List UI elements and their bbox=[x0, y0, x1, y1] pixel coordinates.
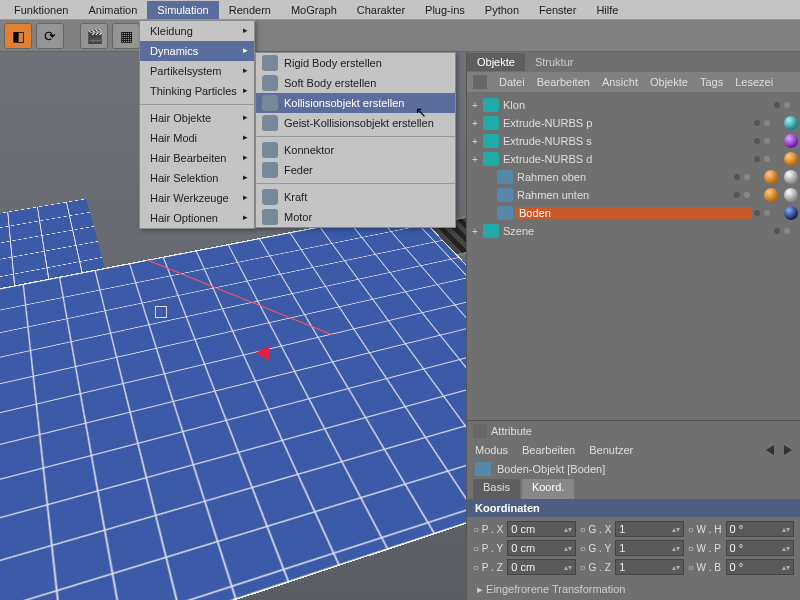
coordinate-grid: ○ P . X0 cm▴▾○ G . X1▴▾○ W . H0 °▴▾○ P .… bbox=[467, 517, 800, 579]
right-panel-tabs[interactable]: ObjekteStruktur bbox=[467, 52, 800, 72]
menu-python[interactable]: Python bbox=[475, 1, 529, 19]
coord-input[interactable]: 0 °▴▾ bbox=[726, 521, 794, 537]
menu-item[interactable]: Kollisionsobjekt erstellen bbox=[256, 93, 455, 113]
tree-row[interactable]: +Extrude-NURBS p bbox=[469, 114, 798, 132]
coord-input[interactable]: 0 °▴▾ bbox=[726, 540, 794, 556]
axis-gizmo-icon[interactable] bbox=[155, 306, 167, 318]
tree-row[interactable]: +Extrude-NURBS d bbox=[469, 150, 798, 168]
omenu-item[interactable]: Bearbeiten bbox=[537, 76, 590, 88]
menu-item[interactable]: Kleidung▸ bbox=[140, 21, 254, 41]
coord-label: ○ P . Y bbox=[473, 543, 503, 554]
material-sphere-icon[interactable] bbox=[784, 188, 798, 202]
tab-struktur[interactable]: Struktur bbox=[525, 53, 584, 71]
menu-item[interactable]: Hair Bearbeiten▸ bbox=[140, 148, 254, 168]
attribute-tabs[interactable]: BasisKoord. bbox=[467, 479, 800, 499]
menubar[interactable]: FunktionenAnimationSimulationRendernMoGr… bbox=[0, 0, 800, 20]
coord-input[interactable]: 1▴▾ bbox=[615, 521, 683, 537]
omenu-item[interactable]: Tags bbox=[700, 76, 723, 88]
tool-render-icon[interactable]: ▦ bbox=[112, 23, 140, 49]
coord-input[interactable]: 1▴▾ bbox=[615, 540, 683, 556]
object-tree[interactable]: +Klon+Extrude-NURBS p+Extrude-NURBS s+Ex… bbox=[467, 92, 800, 420]
tool-cube-icon[interactable]: ◧ bbox=[4, 23, 32, 49]
coord-input[interactable]: 1▴▾ bbox=[615, 559, 683, 575]
object-title: Boden-Objekt [Boden] bbox=[497, 463, 605, 475]
tree-row[interactable]: Rahmen unten bbox=[469, 186, 798, 204]
material-sphere-icon[interactable] bbox=[764, 188, 778, 202]
material-sphere-icon[interactable] bbox=[784, 152, 798, 166]
group-header: Koordinaten bbox=[467, 499, 800, 517]
coord-label: ○ P . X bbox=[473, 524, 503, 535]
toolbar: ◧ ⟳ 🎬 ▦ ☰ bbox=[0, 20, 800, 52]
coord-label: ○ G . Z bbox=[580, 562, 612, 573]
coord-label: ○ G . Y bbox=[580, 543, 612, 554]
tree-row[interactable]: +Szene bbox=[469, 222, 798, 240]
coord-input[interactable]: 0 °▴▾ bbox=[726, 559, 794, 575]
menu-item[interactable]: Hair Werkzeuge▸ bbox=[140, 188, 254, 208]
menu-item[interactable]: Hair Modi▸ bbox=[140, 128, 254, 148]
attr-tab[interactable]: Koord. bbox=[522, 479, 574, 499]
simulation-menu[interactable]: Kleidung▸Dynamics▸Partikelsystem▸Thinkin… bbox=[139, 20, 255, 229]
omenu-item[interactable]: Objekte bbox=[650, 76, 688, 88]
menu-item[interactable]: Konnektor bbox=[256, 140, 455, 160]
tool-clapper-icon[interactable]: 🎬 bbox=[80, 23, 108, 49]
coord-label: ○ W . H bbox=[688, 524, 722, 535]
menu-charakter[interactable]: Charakter bbox=[347, 1, 415, 19]
menu-item[interactable]: Feder bbox=[256, 160, 455, 180]
menu-funktionen[interactable]: Funktionen bbox=[4, 1, 78, 19]
grip-icon bbox=[473, 424, 487, 438]
omenu-item[interactable]: Lesezei bbox=[735, 76, 773, 88]
menu-item[interactable]: Hair Optionen▸ bbox=[140, 208, 254, 228]
attrmenu-item[interactable]: Modus bbox=[475, 444, 508, 456]
tree-row[interactable]: Boden bbox=[469, 204, 798, 222]
tree-row[interactable]: +Klon bbox=[469, 96, 798, 114]
menu-hilfe[interactable]: Hilfe bbox=[586, 1, 628, 19]
material-sphere-icon[interactable] bbox=[784, 206, 798, 220]
attr-tab[interactable]: Basis bbox=[473, 479, 520, 499]
nav-prev-icon[interactable] bbox=[766, 445, 774, 455]
omenu-item[interactable]: Datei bbox=[499, 76, 525, 88]
attrmenu-item[interactable]: Benutzer bbox=[589, 444, 633, 456]
tool-rotate-icon[interactable]: ⟳ bbox=[36, 23, 64, 49]
coord-input[interactable]: 0 cm▴▾ bbox=[507, 521, 575, 537]
frozen-transform-fold[interactable]: Eingefrorene Transformation bbox=[467, 579, 800, 600]
menu-mograph[interactable]: MoGraph bbox=[281, 1, 347, 19]
attribute-menu[interactable]: ModusBearbeitenBenutzer bbox=[467, 441, 800, 459]
coord-label: ○ W . B bbox=[688, 562, 722, 573]
coord-input[interactable]: 0 cm▴▾ bbox=[507, 559, 575, 575]
menu-plug-ins[interactable]: Plug-ins bbox=[415, 1, 475, 19]
menu-item[interactable]: Kraft bbox=[256, 187, 455, 207]
dynamics-submenu[interactable]: Rigid Body erstellenSoft Body erstellenK… bbox=[255, 52, 456, 228]
nav-next-icon[interactable] bbox=[784, 445, 792, 455]
object-icon bbox=[475, 462, 491, 476]
grip-icon bbox=[473, 75, 487, 89]
menu-simulation[interactable]: Simulation bbox=[147, 1, 218, 19]
material-sphere-icon[interactable] bbox=[784, 134, 798, 148]
attribute-title: Attribute bbox=[491, 425, 532, 437]
menu-item[interactable]: Dynamics▸ bbox=[140, 41, 254, 61]
menu-item[interactable]: Thinking Particles▸ bbox=[140, 81, 254, 101]
menu-animation[interactable]: Animation bbox=[78, 1, 147, 19]
material-sphere-icon[interactable] bbox=[764, 170, 778, 184]
tab-objekte[interactable]: Objekte bbox=[467, 53, 525, 71]
material-sphere-icon[interactable] bbox=[784, 170, 798, 184]
menu-fenster[interactable]: Fenster bbox=[529, 1, 586, 19]
menu-item[interactable]: Rigid Body erstellen bbox=[256, 53, 455, 73]
menu-item[interactable]: Motor bbox=[256, 207, 455, 227]
menu-item[interactable]: Partikelsystem▸ bbox=[140, 61, 254, 81]
coord-input[interactable]: 0 cm▴▾ bbox=[507, 540, 575, 556]
menu-item[interactable]: Geist-Kollisionsobjekt erstellen bbox=[256, 113, 455, 133]
tree-row[interactable]: Rahmen oben bbox=[469, 168, 798, 186]
menu-rendern[interactable]: Rendern bbox=[219, 1, 281, 19]
coord-label: ○ G . X bbox=[580, 524, 612, 535]
coord-label: ○ P . Z bbox=[473, 562, 503, 573]
menu-item[interactable]: Soft Body erstellen bbox=[256, 73, 455, 93]
attribute-panel: Attribute ModusBearbeitenBenutzer Boden-… bbox=[467, 420, 800, 600]
menu-item[interactable]: Hair Objekte▸ bbox=[140, 108, 254, 128]
omenu-item[interactable]: Ansicht bbox=[602, 76, 638, 88]
attrmenu-item[interactable]: Bearbeiten bbox=[522, 444, 575, 456]
material-sphere-icon[interactable] bbox=[784, 116, 798, 130]
menu-item[interactable]: Hair Selektion▸ bbox=[140, 168, 254, 188]
tree-row[interactable]: +Extrude-NURBS s bbox=[469, 132, 798, 150]
object-manager-menu[interactable]: DateiBearbeitenAnsichtObjekteTagsLesezei bbox=[467, 72, 800, 92]
coord-label: ○ W . P bbox=[688, 543, 722, 554]
